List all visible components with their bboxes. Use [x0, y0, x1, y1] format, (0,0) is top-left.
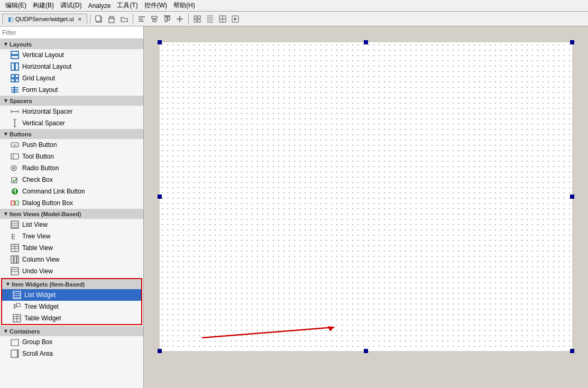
list-widget-icon	[13, 291, 21, 299]
scroll-area-label: Scroll Area	[22, 350, 53, 357]
svg-rect-68	[17, 256, 19, 263]
vertical-layout-icon	[11, 51, 19, 59]
widget-panel: ▾ Layouts Vertical Layout Horizontal Lay…	[0, 26, 144, 388]
item-tree-view[interactable]: Tree View	[0, 230, 143, 242]
design-canvas[interactable]	[160, 42, 572, 351]
item-group-box[interactable]: abc Group Box	[0, 336, 143, 348]
vertical-spacer-label: Vertical Spacer	[22, 119, 65, 127]
spacers-label: Spacers	[10, 98, 32, 104]
filter-input[interactable]	[0, 26, 143, 39]
handle-bottom-center[interactable]	[364, 349, 368, 353]
item-scroll-area[interactable]: Scroll Area	[0, 348, 143, 359]
column-view-label: Column View	[22, 256, 59, 263]
svg-rect-53	[15, 201, 19, 205]
svg-text:abc: abc	[12, 338, 15, 341]
handle-mid-left[interactable]	[158, 195, 162, 199]
align-left-btn[interactable]	[136, 13, 148, 25]
file-tab-label: QUDPServer/widget.ui	[15, 16, 74, 22]
handle-bottom-right[interactable]	[570, 349, 574, 353]
tree-view-icon	[11, 232, 19, 241]
item-list-view[interactable]: List View	[0, 219, 143, 230]
menu-controls[interactable]: 控件(W)	[141, 0, 170, 11]
item-widgets-arrow: ▾	[6, 281, 10, 288]
menu-help[interactable]: 帮助(H)	[170, 0, 198, 11]
item-tree-widget[interactable]: Tree Widget	[2, 301, 141, 312]
section-buttons[interactable]: ▾ Buttons	[0, 129, 143, 139]
tree-widget-icon	[13, 302, 21, 311]
section-layouts[interactable]: ▾ Layouts	[0, 39, 143, 49]
handle-top-left[interactable]	[158, 40, 162, 44]
preview-btn[interactable]	[229, 13, 241, 25]
svg-rect-69	[11, 267, 19, 275]
containers-label: Containers	[10, 328, 40, 335]
grid1-btn[interactable]	[191, 13, 203, 25]
canvas-area[interactable]	[144, 26, 588, 388]
item-check-box[interactable]: Check Box	[0, 174, 143, 186]
svg-rect-33	[15, 79, 19, 82]
item-dialog-button[interactable]: Dialog Button Box	[0, 197, 143, 209]
handle-top-right[interactable]	[570, 40, 574, 44]
section-item-widgets-container: ▾ Item Widgets (Item-Based) List Widget …	[1, 278, 142, 325]
menu-debug[interactable]: 调试(D)	[57, 0, 85, 11]
dialog-button-icon	[11, 199, 19, 207]
item-horizontal-layout[interactable]: Horizontal Layout	[0, 61, 143, 72]
close-tab-btn[interactable]: ×	[78, 16, 81, 22]
tool-button-label: Tool Button	[22, 153, 54, 160]
item-tool-button[interactable]: Tool Button	[0, 151, 143, 162]
vertical-layout-label: Vertical Layout	[22, 51, 64, 59]
svg-rect-30	[11, 75, 14, 78]
item-push-button[interactable]: OK Push Button	[0, 139, 143, 151]
check-box-icon	[11, 175, 19, 184]
radio-button-icon	[11, 164, 19, 172]
align-top-btn[interactable]	[161, 13, 173, 25]
widget-list: ▾ Layouts Vertical Layout Horizontal Lay…	[0, 39, 143, 388]
open-btn[interactable]	[118, 13, 130, 25]
item-undo-view[interactable]: Undo View	[0, 265, 143, 277]
paste-btn[interactable]	[106, 13, 117, 25]
item-list-widget[interactable]: List Widget	[2, 289, 141, 301]
file-tab[interactable]: ◧ QUDPServer/widget.ui ×	[2, 14, 87, 24]
align-right-btn[interactable]	[174, 13, 186, 25]
horizontal-layout-label: Horizontal Layout	[22, 63, 71, 70]
item-horizontal-spacer[interactable]: Horizontal Spacer	[0, 106, 143, 117]
command-link-label: Command Link Button	[22, 188, 85, 195]
menu-build[interactable]: 构建(B)	[30, 0, 57, 11]
toolbar-separator-1	[90, 14, 90, 24]
svg-rect-31	[15, 75, 19, 78]
undo-view-icon	[11, 267, 19, 275]
main-container: ▾ Layouts Vertical Layout Horizontal Lay…	[0, 26, 588, 388]
section-item-views[interactable]: ▾ Item Views (Model-Based)	[0, 209, 143, 219]
item-table-view[interactable]: Table View	[0, 242, 143, 254]
grid2-btn[interactable]	[204, 13, 216, 25]
svg-rect-15	[198, 16, 200, 19]
menu-analyze[interactable]: Analyze	[85, 1, 114, 11]
section-containers[interactable]: ▾ Containers	[0, 326, 143, 336]
tool-button-icon	[11, 152, 19, 161]
section-item-widgets[interactable]: ▾ Item Widgets (Item-Based)	[2, 279, 141, 289]
menu-tools[interactable]: 工具(T)	[114, 0, 141, 11]
handle-mid-right[interactable]	[570, 195, 574, 199]
section-spacers[interactable]: ▾ Spacers	[0, 96, 143, 106]
item-column-view[interactable]: Column View	[0, 254, 143, 265]
command-link-icon	[11, 187, 19, 196]
item-radio-button[interactable]: Radio Button	[0, 162, 143, 174]
menu-edit[interactable]: 编辑(E)	[2, 0, 30, 11]
item-table-widget[interactable]: Table Widget	[2, 312, 141, 324]
item-vertical-layout[interactable]: Vertical Layout	[0, 49, 143, 61]
grid3-btn[interactable]	[217, 13, 228, 25]
item-vertical-spacer[interactable]: Vertical Spacer	[0, 117, 143, 129]
item-command-link[interactable]: Command Link Button	[0, 186, 143, 197]
copy-btn[interactable]	[93, 13, 105, 25]
handle-top-center[interactable]	[364, 40, 368, 44]
svg-rect-1	[96, 16, 100, 21]
svg-rect-11	[168, 17, 170, 20]
undo-view-label: Undo View	[22, 267, 53, 275]
layouts-label: Layouts	[10, 41, 32, 48]
containers-arrow: ▾	[4, 328, 7, 335]
item-grid-layout[interactable]: Grid Layout	[0, 72, 143, 84]
item-form-layout[interactable]: Form Layout	[0, 84, 143, 96]
align-center-btn[interactable]	[149, 13, 160, 25]
handle-bottom-left[interactable]	[158, 349, 162, 353]
vertical-spacer-icon	[11, 119, 19, 127]
table-widget-icon	[13, 314, 21, 322]
